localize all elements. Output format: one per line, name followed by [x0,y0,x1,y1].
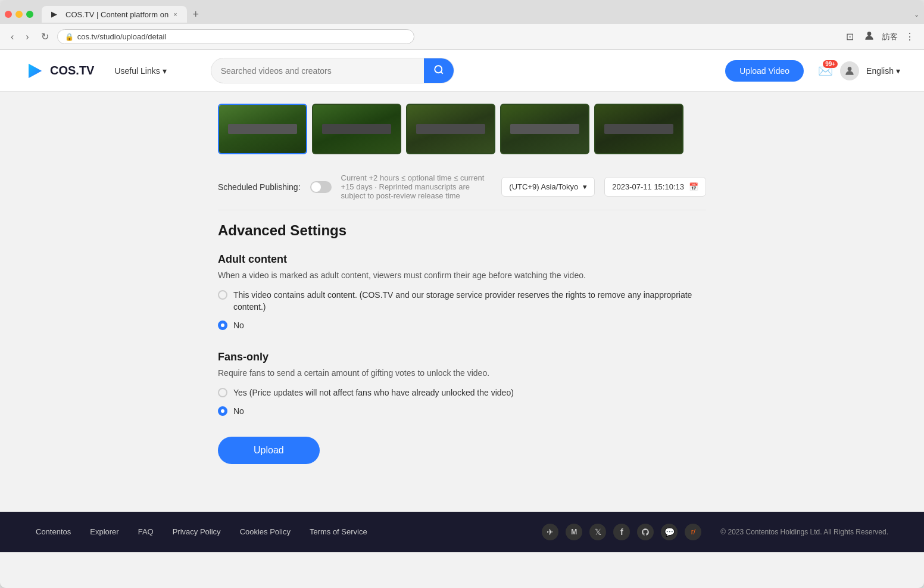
github-icon[interactable] [637,524,654,540]
footer-link-faq[interactable]: FAQ [138,527,154,536]
profile-btn[interactable] [861,27,878,46]
reddit-icon[interactable]: r/ [685,524,701,540]
notification-badge: 99+ [823,60,838,68]
tab-close-btn[interactable]: × [173,11,177,18]
thumbnails-strip [218,92,706,164]
chat-icon[interactable]: 💬 [661,524,678,540]
thumbnail-5[interactable] [594,104,683,154]
forward-btn[interactable]: › [22,29,32,45]
svg-point-0 [867,32,872,36]
adult-content-section: Adult content When a video is marked as … [218,253,706,332]
tab-title: COS.TV | Content platform on [65,10,168,19]
facebook-icon[interactable]: f [613,524,630,540]
adult-yes-option[interactable]: This video contains adult content. (COS.… [218,290,706,313]
adult-content-options: This video contains adult content. (COS.… [218,290,706,332]
footer-link-privacy[interactable]: Privacy Policy [173,527,221,536]
adult-yes-label: This video contains adult content. (COS.… [233,290,706,313]
more-btn[interactable]: ⋮ [903,29,917,45]
toggle-knob [311,182,321,192]
language-btn[interactable]: English [866,66,900,76]
useful-links-btn[interactable]: Useful Links [108,63,172,79]
fans-yes-option[interactable]: Yes (Price updates will not affect fans … [218,387,706,399]
adult-no-radio[interactable] [218,321,227,330]
notification-btn[interactable]: ✉️ 99+ [818,64,833,78]
thumbnail-4[interactable] [500,104,589,154]
social-icons: ✈ M 𝕏 f 💬 r/ [542,524,701,540]
timezone-select[interactable]: (UTC+9) Asia/Tokyo ▾ [501,177,595,197]
useful-links-chevron [163,66,167,76]
logo[interactable]: COS.TV [24,60,94,82]
adult-content-desc: When a video is marked as adult content,… [218,270,706,280]
active-tab[interactable]: ▶ COS.TV | Content platform on × [42,6,187,23]
new-tab-btn[interactable]: + [188,6,204,23]
traffic-light-yellow[interactable] [15,11,23,18]
split-view-btn[interactable]: ⊡ [844,29,856,45]
thumbnail-3[interactable] [406,104,495,154]
timezone-chevron: ▾ [583,182,587,191]
thumbnail-2[interactable] [312,104,401,154]
fans-no-radio[interactable] [218,406,227,416]
upload-submit-btn[interactable]: Upload [218,437,320,464]
fans-only-title: Fans-only [218,351,706,363]
fans-no-option[interactable]: No [218,406,706,418]
address-text: cos.tv/studio/upload/detail [77,32,167,41]
upload-video-btn[interactable]: Upload Video [725,60,804,82]
telegram-icon[interactable]: ✈ [542,524,558,540]
footer-link-terms[interactable]: Terms of Service [310,527,367,536]
search-bar [211,58,454,83]
tab-favicon: ▶ [51,10,61,19]
traffic-light-red[interactable] [5,11,12,18]
medium-icon[interactable]: M [566,524,582,540]
thumbnail-1[interactable] [218,104,307,154]
adult-no-label: No [233,320,244,332]
svg-marker-2 [29,64,42,78]
footer: Contentos Explorer FAQ Privacy Policy Co… [0,512,924,552]
fans-only-options: Yes (Price updates will not affect fans … [218,387,706,418]
language-label: English [866,66,894,76]
datetime-value: 2023-07-11 15:10:13 [612,182,684,191]
language-chevron [896,66,900,76]
footer-link-cookies[interactable]: Cookies Policy [240,527,291,536]
profile-label: 訪客 [882,32,898,42]
advanced-settings-title: Advanced Settings [218,222,706,239]
fans-only-desc: Require fans to send a certain amount of… [218,368,706,378]
fans-no-label: No [233,406,244,418]
fans-yes-label: Yes (Price updates will not affect fans … [233,387,514,399]
tab-chevron: ⌄ [914,11,919,18]
address-bar: 🔒 cos.tv/studio/upload/detail [57,29,414,44]
logo-text: COS.TV [50,64,94,77]
avatar-btn[interactable] [840,61,859,80]
timezone-value: (UTC+9) Asia/Tokyo [509,182,578,191]
scheduled-toggle[interactable] [310,181,332,193]
fans-only-section: Fans-only Require fans to send a certain… [218,351,706,418]
svg-point-5 [848,67,852,71]
footer-link-explorer[interactable]: Explorer [90,527,118,536]
svg-point-3 [435,66,442,73]
fans-yes-radio[interactable] [218,388,227,397]
calendar-icon: 📅 [689,182,698,191]
refresh-btn[interactable]: ↻ [38,29,52,45]
datetime-input[interactable]: 2023-07-11 15:10:13 📅 [604,177,706,197]
svg-line-4 [441,71,442,73]
twitter-icon[interactable]: 𝕏 [589,524,606,540]
lock-icon: 🔒 [65,33,74,41]
adult-yes-radio[interactable] [218,290,227,300]
scheduled-label: Scheduled Publishing: [218,182,301,192]
traffic-light-green[interactable] [26,11,33,18]
adult-no-option[interactable]: No [218,320,706,332]
footer-link-contentos[interactable]: Contentos [36,527,71,536]
back-btn[interactable]: ‹ [7,29,17,45]
search-btn[interactable] [424,58,454,83]
adult-content-title: Adult content [218,253,706,266]
footer-links: Contentos Explorer FAQ Privacy Policy Co… [36,527,523,536]
copyright: © 2023 Contentos Holdings Ltd. All Right… [720,528,888,536]
search-input[interactable] [211,60,424,82]
scheduled-publishing-section: Scheduled Publishing: Current +2 hours ≤… [218,164,706,210]
scheduled-hint: Current +2 hours ≤ optional time ≤ curre… [341,173,492,200]
